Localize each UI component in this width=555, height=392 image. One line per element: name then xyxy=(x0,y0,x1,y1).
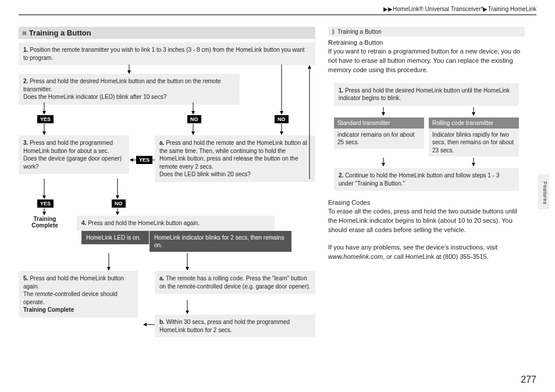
right-arrows-2 xyxy=(328,156,525,167)
help-text-b: , or call HomeLink at (800) 355-3515. xyxy=(383,253,489,260)
rolling-a-text: The remote has a rolling code. Press the… xyxy=(159,275,311,290)
step-5-num: 5. xyxy=(23,275,28,281)
breadcrumb-prefix: ▶▶ xyxy=(383,6,393,12)
step-5-box: 5. Press and hold the HomeLink button ag… xyxy=(19,271,138,318)
right-step-2-num: 2. xyxy=(339,172,343,179)
step-a-num: a. xyxy=(159,140,164,146)
breadcrumb: ▶▶HomeLink® Universal Transceiver*▶Train… xyxy=(19,6,536,15)
rolling-a-num: a. xyxy=(159,275,164,281)
step-1-num: 1. xyxy=(23,47,28,53)
help-text-a: If you have any problems, see the device… xyxy=(328,244,497,251)
step-2-box: 2. Press and hold the desired HomeLink b… xyxy=(19,74,240,105)
led-blink-box: HomeLink indicator blinks for 2 secs, th… xyxy=(150,231,291,252)
step-1-text: Position the remote transmitter you wish… xyxy=(23,47,305,61)
right-step-1-num: 1. xyxy=(339,87,343,94)
step-2-num: 2. xyxy=(23,78,28,84)
step-a-box: a. Press and hold the remote and the Hom… xyxy=(155,136,315,182)
rolling-transmitter-heading: Rolling code transmitter xyxy=(429,117,519,129)
retrain-heading: Retraining a Button xyxy=(328,39,525,46)
step-5-text-b: The remote-controlled device should oper… xyxy=(23,291,118,305)
right-step-2-text: Continue to hold the HomeLink button and… xyxy=(339,172,499,187)
rolling-transmitter-text: Indicator blinks rapidly for two secs, t… xyxy=(429,129,519,157)
training-complete-1: Training Complete xyxy=(24,216,65,229)
standard-transmitter-heading: Standard transmitter xyxy=(334,117,424,129)
section-heading: ■Training a Button xyxy=(19,27,315,39)
side-content: ⟫Training a Button Retraining a Button I… xyxy=(328,27,525,351)
no-badge-2: NO xyxy=(112,199,126,208)
step-a-question: Does the LED blink within 20 secs? xyxy=(159,171,251,177)
right-arrows-1 xyxy=(328,106,525,116)
help-url: www.homelink.com xyxy=(328,253,383,260)
step-a-text: Press and hold the remote and the HomeLi… xyxy=(159,140,307,170)
flowchart: ■Training a Button 1. Position the remot… xyxy=(19,27,315,351)
no-badge-1: NO xyxy=(187,115,201,123)
step-4-num: 4. xyxy=(81,220,86,226)
right-heading-text: Training a Button xyxy=(337,28,382,35)
step-3-num: 3. xyxy=(23,140,28,146)
yes-badge-2: YES xyxy=(37,199,54,208)
right-step-1-box: 1. Press and hold the desired HomeLink b… xyxy=(334,83,519,106)
step-2-text-a: Press and hold the desired HomeLink butt… xyxy=(23,78,221,92)
step-5-text-a: Press and hold the HomeLink button again… xyxy=(23,275,124,290)
step-5-training-complete: Training Complete xyxy=(23,307,74,313)
rolling-transmitter-box: Rolling code transmitter Indicator blink… xyxy=(429,117,519,157)
rolling-b-num: b. xyxy=(159,319,165,325)
right-heading-bar: ⟫Training a Button xyxy=(328,27,525,37)
no-badge-1b: NO xyxy=(275,115,289,123)
rolling-b-text: Within 30 secs, press and hold the progr… xyxy=(159,319,290,333)
rolling-a-box: a. The remote has a rolling code. Press … xyxy=(155,271,315,294)
heading-text: Training a Button xyxy=(29,28,91,37)
step-2-text-b: Does the HomeLink indicator (LED) blink … xyxy=(23,94,166,100)
standard-transmitter-text: indicator remains on for about 25 secs. xyxy=(334,129,424,149)
yes-badge-1: YES xyxy=(37,115,54,123)
step-4-box: 4. Press and hold the HomeLink button ag… xyxy=(77,216,275,231)
help-paragraph: If you have any problems, see the device… xyxy=(328,243,525,262)
step-1-box: 1. Position the remote transmitter you w… xyxy=(19,42,315,65)
erase-heading: Erasing Codes xyxy=(328,199,525,206)
retrain-paragraph: If you want to retrain a programmed butt… xyxy=(328,47,525,75)
step-3-text-a: Press and hold the programmed HomeLink b… xyxy=(23,140,113,154)
right-step-2-box: 2. Continue to hold the HomeLink button … xyxy=(334,168,519,191)
rolling-b-box: b. Within 30 secs, press and hold the pr… xyxy=(155,315,315,337)
step-3-text-b: Does the device (garage door opener) wor… xyxy=(23,155,122,170)
step-4-text: Press and hold the HomeLink button again… xyxy=(88,220,200,226)
breadcrumb-seg1: HomeLink® Universal Transceiver* xyxy=(393,6,483,12)
yes-badge-mid: YES xyxy=(136,156,152,164)
breadcrumb-seg2: Training HomeLink xyxy=(488,6,536,12)
right-heading-icon: ⟫ xyxy=(332,28,335,35)
page-number: 277 xyxy=(521,375,536,385)
heading-square-icon: ■ xyxy=(22,28,27,37)
standard-transmitter-box: Standard transmitter indicator remains o… xyxy=(334,117,424,157)
step-3-box: 3. Press and hold the programmed HomeLin… xyxy=(19,136,129,174)
side-tab-label: Features xyxy=(542,181,548,205)
led-on-box: HomeLink LED is on. xyxy=(81,231,149,244)
erase-paragraph: To erase all the codes, press and hold t… xyxy=(328,207,525,235)
right-step-1-text: Press and hold the desired HomeLink butt… xyxy=(339,87,510,102)
